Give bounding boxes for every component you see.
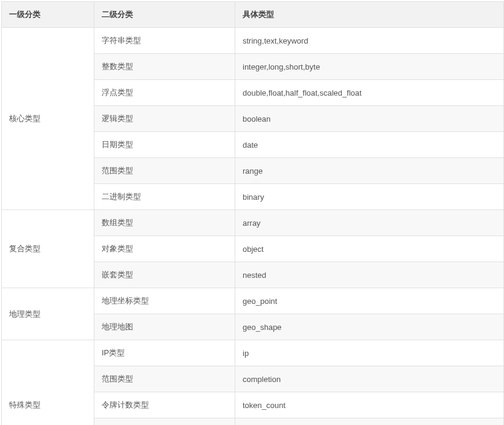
- category-level2-cell: 日期类型: [94, 132, 235, 158]
- table-row: 特殊类型IP类型ip: [2, 340, 504, 366]
- types-cell: geo_point: [235, 288, 504, 314]
- types-cell: object: [235, 236, 504, 262]
- table-header-row: 一级分类 二级分类 具体类型: [2, 2, 504, 28]
- types-cell: integer,long,short,byte: [235, 54, 504, 80]
- category-level2-cell: 附件类型: [94, 418, 235, 426]
- types-cell: geo_shape: [235, 314, 504, 340]
- table-body: 核心类型字符串类型string,text,keyword整数类型integer,…: [2, 28, 504, 426]
- category-level2-cell: 二进制类型: [94, 184, 235, 210]
- types-cell: binary: [235, 184, 504, 210]
- types-cell: boolean: [235, 106, 504, 132]
- category-level2-cell: 逻辑类型: [94, 106, 235, 132]
- category-level1-cell: 复合类型: [2, 210, 94, 288]
- category-level2-cell: 地理地图: [94, 314, 235, 340]
- types-cell: ip: [235, 340, 504, 366]
- category-level2-cell: 范围类型: [94, 366, 235, 392]
- types-cell: date: [235, 132, 504, 158]
- category-level1-cell: 核心类型: [2, 28, 94, 210]
- category-level2-cell: 令牌计数类型: [94, 392, 235, 418]
- type-classification-table: 一级分类 二级分类 具体类型 核心类型字符串类型string,text,keyw…: [1, 1, 504, 425]
- category-level2-cell: 地理坐标类型: [94, 288, 235, 314]
- types-cell: nested: [235, 262, 504, 288]
- types-cell: string,text,keyword: [235, 28, 504, 54]
- header-col1: 一级分类: [2, 2, 94, 28]
- category-level2-cell: 数组类型: [94, 210, 235, 236]
- category-level2-cell: 嵌套类型: [94, 262, 235, 288]
- types-cell: double,float,half_float,scaled_float: [235, 80, 504, 106]
- table-row: 复合类型数组类型array: [2, 210, 504, 236]
- category-level2-cell: 字符串类型: [94, 28, 235, 54]
- types-cell: range: [235, 158, 504, 184]
- category-level2-cell: 浮点类型: [94, 80, 235, 106]
- category-level2-cell: IP类型: [94, 340, 235, 366]
- category-level1-cell: 地理类型: [2, 288, 94, 340]
- header-col2: 二级分类: [94, 2, 235, 28]
- types-cell: completion: [235, 366, 504, 392]
- table-row: 核心类型字符串类型string,text,keyword: [2, 28, 504, 54]
- types-cell: array: [235, 210, 504, 236]
- types-cell: token_count: [235, 392, 504, 418]
- category-level1-cell: 特殊类型: [2, 340, 94, 426]
- header-col3: 具体类型: [235, 2, 504, 28]
- category-level2-cell: 对象类型: [94, 236, 235, 262]
- category-level2-cell: 整数类型: [94, 54, 235, 80]
- category-level2-cell: 范围类型: [94, 158, 235, 184]
- types-cell: attachment: [235, 418, 504, 426]
- table-row: 地理类型地理坐标类型geo_point: [2, 288, 504, 314]
